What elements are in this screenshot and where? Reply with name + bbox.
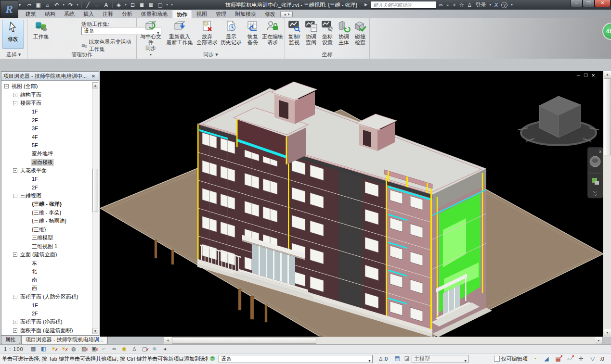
tree-item[interactable]: 三维模型 (2, 234, 91, 242)
tree-item-label[interactable]: 面积平面 (净面积) (19, 318, 63, 326)
ribbon-tab[interactable]: 协作 (172, 10, 192, 18)
section-icon[interactable]: ⊟ (129, 1, 137, 9)
redo-dropdown-icon[interactable]: ▾ (76, 1, 79, 9)
search-icon[interactable]: ∞ (439, 2, 443, 8)
text-icon[interactable]: A (102, 1, 110, 9)
tree-item[interactable]: − 面积平面 (人防分区面积) (2, 293, 91, 301)
temporary-hide-isolate-icon[interactable]: ∞ (110, 345, 118, 352)
navigation-bar[interactable]: x (587, 147, 603, 198)
checkbox-icon[interactable] (494, 356, 500, 362)
tree-item[interactable]: 北 (2, 267, 91, 276)
relinquish-all-button[interactable]: 放弃 全部请求 (195, 20, 219, 45)
design-options-pick-icon[interactable]: ◪ (402, 355, 412, 363)
customize-qat-icon[interactable]: ▾ (170, 1, 174, 9)
combo-arrow-icon[interactable]: ▼ (368, 357, 371, 364)
tree-item-label[interactable]: 三维模型 (31, 234, 54, 241)
tree-item-label[interactable]: {三维 - 张洋} (31, 201, 63, 208)
user-icon[interactable]: ♙ (468, 2, 472, 8)
lock-3d-view-icon[interactable]: ⌐ (100, 345, 108, 352)
navbar-close-icon[interactable]: x (599, 149, 602, 154)
modify-button[interactable]: 修改 (2, 20, 24, 49)
select-underlay-icon[interactable]: ◢ (542, 355, 551, 362)
tree-item-label[interactable]: 南 (31, 276, 38, 284)
close-inactive-windows-icon[interactable]: ⊠ (147, 1, 155, 9)
coordination-review-button[interactable]: 协调 查阅 (303, 20, 319, 45)
tree-toggle-icon[interactable]: − (13, 194, 17, 198)
show-history-button[interactable]: 显示 历史记录 (220, 20, 243, 45)
tree-toggle-icon[interactable]: − (13, 168, 17, 173)
tree-item[interactable]: − 楼层平面 (2, 99, 91, 108)
tree-item-label[interactable]: 3F (31, 126, 39, 131)
editing-requests-button[interactable]: 正在编辑 请求 (261, 20, 284, 45)
title-flyout-icon[interactable]: ▶ (364, 2, 367, 7)
worksets-status-icon[interactable]: ⛃ (208, 355, 217, 362)
communication-center-icon[interactable]: ⌖ (453, 2, 455, 8)
tree-item[interactable]: {三维} (2, 226, 91, 234)
reload-latest-button[interactable]: 重新载入 最新工作集 (166, 20, 194, 45)
combo-arrow-icon[interactable]: ▼ (464, 357, 467, 364)
help-icon[interactable]: ? (501, 2, 507, 8)
tree-item-label[interactable]: 立面 (建筑立面) (19, 251, 58, 258)
tree-item-label[interactable]: 室外地坪 (31, 150, 54, 157)
viewport-vertical-scrollbar[interactable]: ▲ ▼ (603, 71, 611, 337)
tree-item[interactable]: + 面积平面 (净面积) (2, 318, 91, 326)
tree-item-label[interactable]: {三维 - 杨雨迪} (31, 217, 67, 225)
default-3d-view-icon[interactable]: ◈ (115, 1, 123, 9)
subscription-icon[interactable]: ⌁ (446, 2, 450, 8)
tree-toggle-icon[interactable]: + (13, 328, 17, 333)
project-browser-titlebar[interactable]: 项目浏览器 - 技师学院机电培训中... ✕ (1, 72, 99, 81)
editing-requests-count[interactable]: :0 (383, 356, 388, 362)
minimize-button[interactable]: ─ (571, 0, 583, 7)
scroll-down-icon[interactable]: ▼ (604, 329, 611, 336)
tree-item-label[interactable]: 天花板平面 (19, 167, 48, 174)
tree-item-label[interactable]: 视图 (全部) (11, 83, 39, 90)
tree-item-label[interactable]: 结构平面 (19, 91, 42, 99)
design-option-combo[interactable]: 主模型 ▼ (412, 355, 468, 363)
tree-item-label[interactable]: {三维} (31, 226, 47, 233)
tree-item-label[interactable]: 北 (31, 268, 38, 275)
browser-tab[interactable]: 项目浏览器 - 技师学院机电培训... (21, 336, 108, 344)
building-model[interactable] (197, 82, 492, 337)
view-minimize-icon[interactable]: ─ (577, 73, 584, 78)
ribbon-tab[interactable]: 注释 (98, 10, 117, 18)
restore-backup-button[interactable]: 恢复 备份 (244, 20, 262, 45)
ribbon-tab[interactable]: 附加模块 (231, 10, 260, 18)
ribbon-tab[interactable]: 结构 (40, 10, 60, 18)
restore-button[interactable]: ❐ (583, 0, 595, 7)
tree-item[interactable]: − 立面 (建筑立面) (2, 251, 91, 259)
scroll-up-icon[interactable]: ▲ (604, 71, 611, 78)
editing-requests-icon[interactable]: ♙ (378, 356, 383, 362)
tree-toggle-icon[interactable]: + (13, 93, 17, 97)
save-icon[interactable]: ▣ (34, 1, 42, 9)
exchange-apps-icon[interactable]: X (494, 2, 498, 8)
infocenter-search-input[interactable]: 键入关键字或短语 (371, 1, 436, 9)
active-workset-status-combo[interactable]: 设备 ▼ (219, 355, 373, 363)
view-restore-icon[interactable]: ❐ (584, 73, 591, 78)
tree-toggle-icon[interactable]: + (13, 320, 17, 324)
rendering-dialog-icon[interactable]: ◍ (70, 345, 78, 352)
scroll-right-icon[interactable]: ▸ (595, 337, 602, 344)
ribbon-tab[interactable]: 建筑 (21, 10, 40, 18)
worksets-button[interactable]: 工作集 (28, 20, 53, 39)
tree-item[interactable]: 2F (2, 310, 91, 318)
close-button[interactable]: ✕ (595, 0, 611, 7)
browser-scrollbar[interactable]: ▲ ▼ (92, 82, 98, 334)
scale-button[interactable]: 1 : 100 (4, 346, 24, 352)
editable-only-checkbox[interactable]: 仅可编辑项 (494, 355, 528, 363)
tree-item[interactable]: 南 (2, 276, 91, 285)
copy-monitor-button[interactable]: 复制/ 监视 (286, 20, 303, 45)
browser-tab[interactable]: 属性 (1, 336, 20, 344)
app-menu-arrow-icon[interactable]: ▾ (19, 3, 21, 7)
select-links-icon[interactable]: ◔ (531, 355, 539, 362)
drawing-area[interactable]: x ─❐✕ (100, 71, 603, 337)
switch-windows-icon[interactable]: ▢ (156, 1, 164, 9)
thin-lines-icon[interactable]: ≣ (138, 1, 146, 9)
tree-item-label[interactable]: 东 (31, 260, 38, 267)
view-close-icon[interactable]: ✕ (591, 73, 599, 78)
tree-item[interactable]: 西 (2, 284, 91, 293)
tree-item[interactable]: 屋面楼板 (2, 158, 91, 167)
help-dropdown-icon[interactable]: ▾ (511, 3, 513, 7)
tree-item[interactable]: 三维视图 1 (2, 242, 91, 251)
tree-item-label[interactable]: 面积平面 (人防分区面积) (19, 293, 79, 301)
detail-level-icon[interactable]: ▦ (29, 345, 38, 352)
